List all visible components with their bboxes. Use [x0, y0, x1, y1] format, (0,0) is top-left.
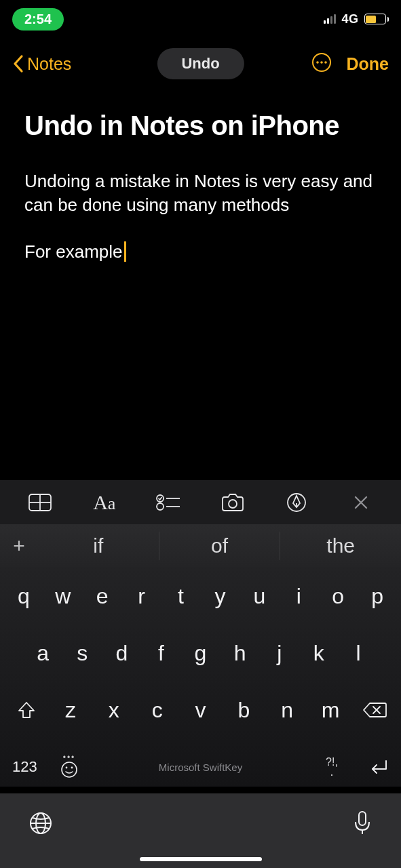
suggestion-word-3[interactable]: the	[280, 525, 401, 567]
svg-rect-24	[359, 812, 366, 825]
key-w[interactable]: w	[43, 576, 83, 616]
key-r[interactable]: r	[122, 576, 161, 616]
note-body-paragraph[interactable]: Undoing a mistake in Notes is very easy …	[24, 170, 377, 217]
punctuation-key[interactable]: ?!, .	[313, 757, 351, 776]
suggestion-word-1[interactable]: if	[38, 525, 159, 567]
key-m[interactable]: m	[309, 690, 352, 730]
suggestion-word-2[interactable]: of	[159, 525, 280, 567]
svg-point-11	[229, 500, 237, 508]
backspace-key[interactable]	[352, 690, 397, 730]
home-indicator[interactable]	[140, 857, 262, 861]
note-editor[interactable]: Undo in Notes on iPhone Undoing a mistak…	[0, 90, 401, 262]
globe-icon	[28, 811, 53, 835]
markup-pen-icon	[286, 492, 307, 513]
key-b[interactable]: b	[222, 690, 265, 730]
key-s[interactable]: s	[62, 633, 102, 673]
key-x[interactable]: x	[92, 690, 136, 730]
svg-point-2	[320, 61, 323, 64]
camera-button[interactable]	[201, 480, 265, 524]
emoji-icon	[60, 761, 78, 778]
keyboard-row-1: q w e r t y u i o p	[0, 576, 401, 616]
key-j[interactable]: j	[260, 633, 299, 673]
svg-point-20	[71, 767, 73, 769]
table-icon	[28, 493, 52, 512]
close-toolbar-button[interactable]	[329, 480, 394, 524]
svg-point-7	[157, 495, 164, 502]
checklist-button[interactable]	[136, 480, 201, 524]
shift-icon	[16, 700, 37, 720]
text-format-icon: Aa	[93, 491, 115, 514]
shift-key[interactable]	[4, 690, 49, 730]
key-q[interactable]: q	[4, 576, 43, 616]
key-k[interactable]: k	[299, 633, 339, 673]
keyboard-brand-label[interactable]: Microsoft SwiftKey	[88, 762, 313, 773]
clock-pill[interactable]: 2:54	[12, 8, 64, 31]
keyboard-row-2: a s d f g h j k l	[0, 633, 401, 673]
key-z[interactable]: z	[49, 690, 92, 730]
dictation-key[interactable]	[352, 810, 373, 840]
system-bottom-bar	[0, 793, 401, 868]
text-cursor	[124, 241, 126, 262]
ellipsis-circle-icon	[311, 52, 332, 73]
punct-bot: .	[330, 767, 333, 776]
globe-key[interactable]	[28, 811, 53, 838]
note-title[interactable]: Undo in Notes on iPhone	[24, 110, 377, 141]
svg-point-18	[62, 762, 77, 777]
svg-point-9	[157, 503, 164, 510]
chevron-left-icon	[12, 54, 24, 73]
key-a[interactable]: a	[23, 633, 62, 673]
format-toolbar: Aa	[0, 480, 401, 525]
key-f[interactable]: f	[141, 633, 180, 673]
keyboard-row-3: z x c v b n m	[0, 690, 401, 730]
table-button[interactable]	[8, 480, 73, 524]
svg-point-1	[316, 61, 319, 64]
svg-point-3	[324, 61, 327, 64]
key-v[interactable]: v	[179, 690, 223, 730]
enter-icon	[366, 758, 389, 776]
key-p[interactable]: p	[358, 576, 397, 616]
keyboard-container: Aa	[0, 480, 401, 868]
more-button[interactable]	[311, 52, 332, 75]
keyboard: q w e r t y u i o p a s d f g h j k l	[0, 567, 401, 787]
key-u[interactable]: u	[240, 576, 279, 616]
key-e[interactable]: e	[83, 576, 122, 616]
enter-key[interactable]	[351, 758, 389, 776]
close-icon	[353, 494, 369, 511]
note-line-text: For example	[24, 241, 123, 262]
camera-icon	[220, 492, 246, 513]
back-button[interactable]: Notes	[12, 54, 71, 74]
undo-pill[interactable]: Undo	[157, 48, 244, 79]
done-button[interactable]: Done	[347, 54, 389, 74]
cellular-signal-icon	[324, 14, 336, 24]
emoji-dots: •••	[63, 755, 76, 760]
key-y[interactable]: y	[201, 576, 240, 616]
keyboard-row-4: 123 ••• Microsoft SwiftKey ?!, .	[0, 747, 401, 787]
key-t[interactable]: t	[161, 576, 201, 616]
status-bar: 2:54 4G	[0, 0, 401, 38]
status-right: 4G	[324, 12, 389, 26]
key-c[interactable]: c	[136, 690, 179, 730]
key-i[interactable]: i	[279, 576, 318, 616]
key-l[interactable]: l	[339, 633, 378, 673]
svg-point-19	[66, 767, 68, 769]
key-g[interactable]: g	[180, 633, 220, 673]
suggestion-plus-button[interactable]: +	[0, 525, 38, 567]
text-format-button[interactable]: Aa	[73, 480, 137, 524]
markup-button[interactable]	[265, 480, 329, 524]
key-d[interactable]: d	[102, 633, 141, 673]
backspace-icon	[362, 701, 387, 719]
microphone-icon	[352, 810, 373, 837]
key-o[interactable]: o	[318, 576, 358, 616]
note-body-line[interactable]: For example	[24, 241, 377, 262]
back-label: Notes	[27, 54, 71, 74]
nav-bar: Notes Undo Done	[0, 38, 401, 90]
numbers-key[interactable]: 123	[12, 758, 50, 776]
key-n[interactable]: n	[265, 690, 309, 730]
key-h[interactable]: h	[221, 633, 260, 673]
suggestion-bar: + if of the	[0, 525, 401, 567]
checklist-icon	[155, 493, 181, 512]
network-label: 4G	[341, 12, 358, 26]
battery-icon	[364, 14, 389, 24]
emoji-key[interactable]: •••	[50, 755, 88, 778]
